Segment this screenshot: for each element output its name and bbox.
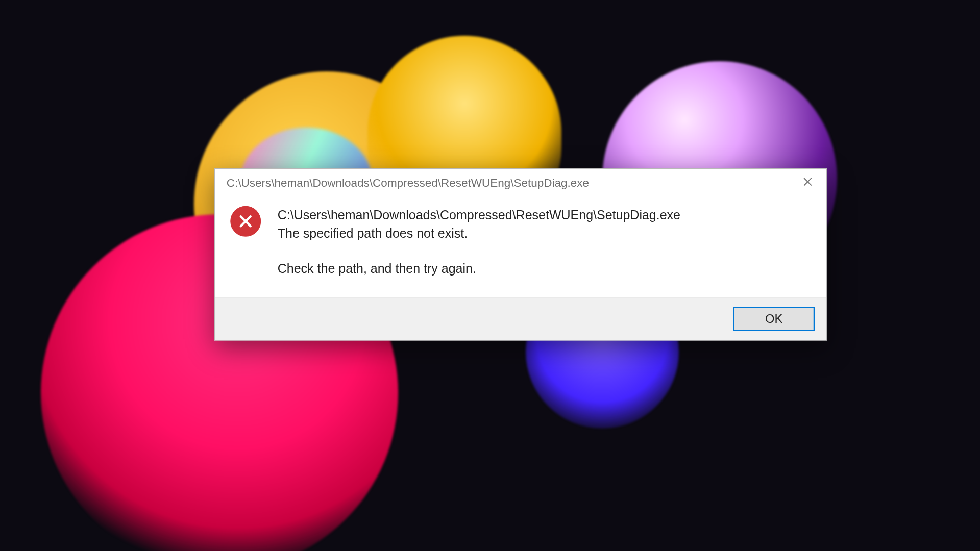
message-hint: Check the path, and then try again. [278,260,680,278]
close-icon [803,178,813,189]
error-icon [230,206,261,237]
close-button[interactable] [793,173,823,193]
dialog-content: C:\Users\heman\Downloads\Compressed\Rese… [215,197,826,297]
error-dialog: C:\Users\heman\Downloads\Compressed\Rese… [214,168,827,341]
dialog-message: C:\Users\heman\Downloads\Compressed\Rese… [278,206,680,278]
desktop-wallpaper: C:\Users\heman\Downloads\Compressed\Rese… [0,0,980,551]
message-error: The specified path does not exist. [278,227,468,241]
dialog-footer: OK [215,297,826,340]
ok-button[interactable]: OK [733,307,815,331]
dialog-title: C:\Users\heman\Downloads\Compressed\Rese… [227,177,589,190]
message-path: C:\Users\heman\Downloads\Compressed\Rese… [278,208,680,222]
dialog-titlebar[interactable]: C:\Users\heman\Downloads\Compressed\Rese… [215,169,826,197]
